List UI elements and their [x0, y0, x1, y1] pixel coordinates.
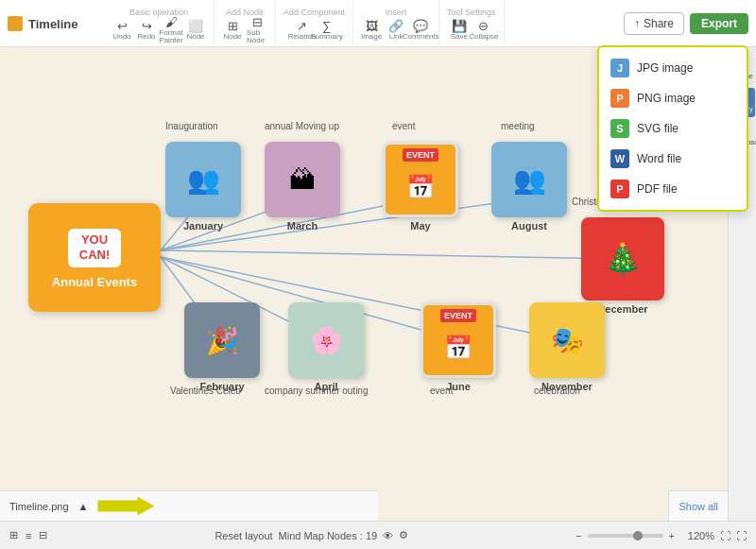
zoom-minus[interactable]: − [576, 530, 581, 541]
app-icon [8, 16, 23, 31]
april-box: 🌸 [288, 302, 364, 378]
share-icon: ↑ [634, 17, 640, 30]
fullscreen-icon[interactable]: ⛶ [736, 530, 747, 541]
central-node-label: Annual Events [52, 275, 137, 289]
january-box: 👥 [165, 142, 241, 217]
share-button[interactable]: ↑ Share [624, 12, 684, 35]
central-node[interactable]: YOUCAN! Annual Events [28, 203, 161, 312]
status-settings-icon[interactable]: ⚙ [399, 529, 408, 541]
status-bar-right: − + 120% ⛶ ⛶ [576, 530, 747, 541]
august-box: 👥 [491, 142, 567, 217]
august-icon: 👥 [513, 164, 546, 196]
march-box: 🏔 [265, 142, 340, 217]
svg-line-4 [161, 250, 619, 259]
june-annotation: event [430, 386, 453, 396]
toolbar-add-component: Add Component ↗Relation ∑Summary [276, 0, 353, 47]
status-icon-1[interactable]: ⊞ [9, 529, 18, 541]
status-icon-3[interactable]: ⊟ [39, 529, 47, 541]
export-word-item[interactable]: W Word file [599, 144, 747, 174]
central-node-inner-text: YOUCAN! [79, 232, 111, 262]
export-png-label: PNG image [637, 92, 696, 105]
node-june[interactable]: EVENT 📅 June event [421, 302, 496, 392]
toolbar-tool-settings: Tool Settings 💾Save ⊖Collapse [439, 0, 505, 47]
relation-button[interactable]: ↗Relation [292, 19, 313, 40]
insert-label: Insert [386, 8, 407, 17]
export-word-label: Word file [637, 152, 681, 165]
march-icon: 🏔 [289, 164, 316, 196]
reset-layout-btn[interactable]: Reset layout [215, 530, 272, 541]
node-march[interactable]: annual Moving up 🏔 March [265, 142, 340, 232]
comments-button[interactable]: 💬Comments [410, 19, 431, 40]
export-button[interactable]: Export [690, 13, 748, 34]
february-annotation: Valentines Celeb [170, 386, 241, 396]
status-bar-center: Reset layout Mind Map Nodes : 19 👁 ⚙ [215, 529, 408, 541]
export-jpg-label: JPG image [637, 61, 693, 75]
node-may[interactable]: event EVENT 📅 May [383, 142, 458, 232]
status-eye-icon[interactable]: 👁 [383, 530, 393, 541]
mind-map-nodes: Mind Map Nodes : 19 [279, 530, 378, 541]
may-label: May [410, 220, 430, 232]
basic-op-icons: ↩Undo ↪Redo 🖌Format Painter ⬜Node [112, 19, 206, 40]
zoom-level: 120% [680, 530, 714, 541]
june-icon: 📅 [444, 335, 472, 361]
share-label: Share [644, 17, 674, 30]
export-jpg-item[interactable]: J JPG image [599, 53, 747, 83]
jpg-icon: J [610, 59, 629, 77]
december-icon: 🎄 [604, 241, 642, 277]
node-january[interactable]: Inauguration 👥 January [165, 142, 241, 232]
march-label: March [287, 220, 318, 232]
november-annotation: celebration [534, 386, 580, 396]
sub-node-button[interactable]: ⊟Sub Node [247, 19, 267, 40]
format-painter-button[interactable]: 🖌Format Painter [161, 19, 181, 40]
download-arrow-icon [97, 497, 154, 516]
toolbar-insert: Insert 🖼Image 🔗Link 💬Comments [353, 0, 439, 47]
toolbar-right: ↑ Share Export [624, 0, 756, 47]
basic-op-label: Basic operation [129, 8, 188, 17]
png-icon: P [610, 89, 629, 108]
august-label: August [511, 220, 547, 232]
fit-icon[interactable]: ⛶ [720, 530, 730, 541]
node-december[interactable]: Christmas party 🎄 December [581, 217, 664, 315]
november-icon: 🎭 [551, 325, 584, 356]
june-box: EVENT 📅 [421, 302, 496, 378]
zoom-thumb [633, 531, 643, 540]
export-pdf-label: PDF file [637, 182, 678, 196]
download-progress-icon: ▲ [78, 501, 89, 512]
image-button[interactable]: 🖼Image [361, 19, 382, 40]
download-filename: Timeline.png [9, 501, 69, 512]
april-annotation: company summer outing [265, 386, 369, 396]
december-box: 🎄 [581, 217, 664, 300]
node-november[interactable]: 🎭 November celebration [529, 302, 605, 392]
undo-button[interactable]: ↩Undo [112, 19, 132, 40]
node-february[interactable]: 🎉 February Valentines Celeb [184, 302, 260, 392]
save-button[interactable]: 💾Save [449, 19, 470, 40]
zoom-slider[interactable] [588, 534, 663, 538]
add-component-label: Add Component [284, 8, 345, 17]
word-icon: W [610, 149, 629, 168]
january-annotation: Inauguration [165, 121, 218, 131]
export-svg-label: SVG file [637, 122, 679, 135]
show-all-button[interactable]: Show all [668, 490, 728, 521]
node-april[interactable]: 🌸 April company summer outing [288, 302, 364, 392]
zoom-plus[interactable]: + [669, 530, 675, 541]
summary-button[interactable]: ∑Summary [317, 19, 337, 40]
january-icon: 👥 [187, 164, 220, 196]
export-dropdown: J JPG image P PNG image S SVG file W Wor… [597, 45, 748, 212]
node-august[interactable]: meeting 👥 August [491, 142, 567, 232]
insert-icons: 🖼Image 🔗Link 💬Comments [361, 19, 431, 40]
add-component-icons: ↗Relation ∑Summary [292, 19, 337, 40]
august-annotation: meeting [501, 121, 535, 131]
december-label: December [597, 303, 647, 315]
svg-icon: S [610, 119, 629, 138]
collapse-button[interactable]: ⊖Collapse [473, 19, 494, 40]
node-button[interactable]: ⬜Node [185, 19, 206, 40]
status-icon-2[interactable]: ≡ [26, 530, 31, 541]
may-box: EVENT 📅 [383, 142, 458, 217]
export-png-item[interactable]: P PNG image [599, 83, 747, 113]
redo-button[interactable]: ↪Redo [136, 19, 157, 40]
export-svg-item[interactable]: S SVG file [599, 113, 747, 144]
status-bar-left: ⊞ ≡ ⊟ [9, 529, 47, 541]
add-node-button[interactable]: ⊞Node [222, 19, 243, 40]
export-pdf-item[interactable]: P PDF file [599, 174, 747, 204]
may-icon: 📅 [406, 174, 435, 200]
